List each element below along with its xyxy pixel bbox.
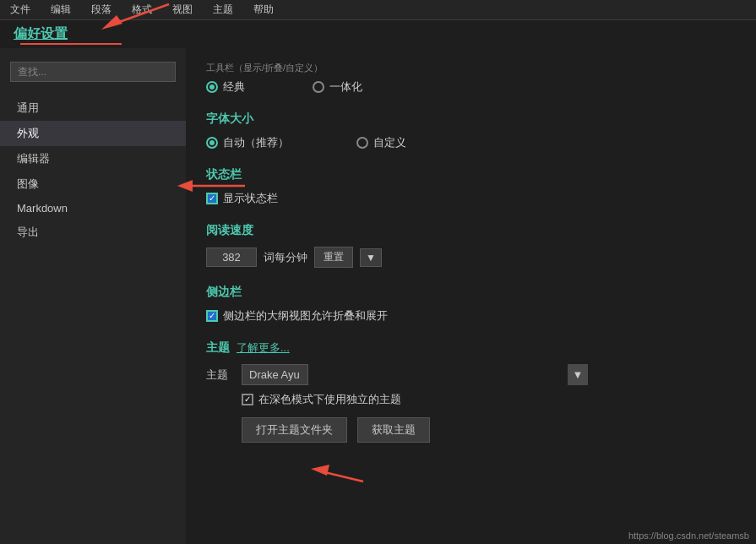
menu-file[interactable]: 文件: [7, 1, 34, 19]
get-theme-button[interactable]: 获取主题: [357, 417, 430, 443]
sidebar-item-export[interactable]: 导出: [0, 220, 186, 245]
sidebar-outline-checkbox-item[interactable]: 侧边栏的大纲视图允许折叠和展开: [206, 308, 736, 324]
sidebar-outline-checkbox[interactable]: [206, 310, 218, 322]
reading-speed-unit: 词每分钟: [264, 250, 307, 265]
theme-title: 主题: [206, 340, 230, 356]
theme-learn-more-link[interactable]: 了解更多...: [237, 340, 290, 356]
radio-unified-icon: [313, 81, 324, 93]
menu-format[interactable]: 格式: [128, 1, 155, 19]
toolbar-section-label: 工具栏（显示/折叠/自定义）: [206, 62, 736, 74]
url-bar: https://blog.csdn.net/steamsb: [628, 530, 749, 541]
toolbar-option-classic[interactable]: 经典: [206, 79, 245, 95]
statusbar-title: 状态栏: [206, 167, 736, 182]
toolbar-classic-label: 经典: [223, 79, 245, 95]
main-layout: 通用 外观 编辑器 图像 Markdown 导出 工具栏（显示/折叠/自定义） …: [0, 48, 756, 544]
reading-speed-title: 阅读速度: [206, 223, 736, 238]
radio-classic-icon: [206, 81, 218, 93]
statusbar-checkbox[interactable]: [206, 193, 218, 204]
menu-bar: 文件 编辑 段落 格式 视图 主题 帮助: [0, 0, 756, 20]
menu-theme[interactable]: 主题: [209, 1, 237, 19]
radio-custom-icon: [356, 137, 368, 149]
dark-mode-checkbox-label: 在深色模式下使用独立的主题: [258, 392, 401, 407]
search-input[interactable]: [10, 62, 176, 82]
theme-select-label: 主题: [206, 367, 231, 383]
dark-mode-checkbox[interactable]: [242, 394, 253, 405]
toolbar-section: 工具栏（显示/折叠/自定义） 经典 一体化: [206, 62, 736, 95]
reading-speed-section: 阅读速度 词每分钟 重置 ▼: [206, 223, 736, 268]
fontsize-custom-label: 自定义: [373, 135, 406, 150]
font-size-radio-group: 自动（推荐） 自定义: [206, 135, 736, 150]
theme-buttons-row: 打开主题文件夹 获取主题: [242, 417, 736, 443]
statusbar-checkbox-item[interactable]: 显示状态栏: [206, 191, 736, 206]
theme-section: 主题 了解更多... 主题 Drake Ayu ▼ 在深色模式下使用独立的主题 …: [206, 340, 736, 443]
sidebar: 通用 外观 编辑器 图像 Markdown 导出: [0, 48, 186, 544]
font-size-title: 字体大小: [206, 112, 736, 127]
sidebar-item-appearance[interactable]: 外观: [0, 121, 186, 146]
menu-paragraph[interactable]: 段落: [88, 1, 115, 19]
reading-speed-dropdown-icon[interactable]: ▼: [360, 248, 382, 267]
sidebar-item-editor[interactable]: 编辑器: [0, 146, 186, 171]
sidebar-outline-label: 侧边栏的大纲视图允许折叠和展开: [223, 308, 388, 324]
sidebar-settings-section: 侧边栏 侧边栏的大纲视图允许折叠和展开: [206, 285, 736, 324]
theme-select-wrapper: Drake Ayu ▼: [242, 364, 588, 385]
reading-speed-row: 词每分钟 重置 ▼: [206, 247, 736, 268]
sidebar-item-markdown[interactable]: Markdown: [0, 197, 186, 220]
fontsize-custom-option[interactable]: 自定义: [356, 135, 406, 150]
toolbar-option-unified[interactable]: 一体化: [313, 79, 362, 95]
theme-select-arrow-icon: ▼: [568, 364, 588, 385]
reading-speed-input[interactable]: [206, 248, 257, 267]
theme-select-row: 主题 Drake Ayu ▼: [206, 364, 736, 385]
font-size-section: 字体大小 自动（推荐） 自定义: [206, 112, 736, 150]
sidebar-item-images[interactable]: 图像: [0, 171, 186, 197]
page-title: 偏好设置: [14, 26, 68, 41]
menu-help[interactable]: 帮助: [250, 1, 277, 19]
reset-reading-speed-button[interactable]: 重置: [314, 247, 353, 268]
sidebar-settings-title: 侧边栏: [206, 285, 736, 300]
menu-edit[interactable]: 编辑: [47, 1, 74, 19]
statusbar-checkbox-label: 显示状态栏: [223, 191, 278, 206]
theme-header: 主题 了解更多...: [206, 340, 736, 356]
fontsize-auto-option[interactable]: 自动（推荐）: [206, 135, 289, 150]
header-divider: [20, 43, 122, 45]
open-theme-folder-button[interactable]: 打开主题文件夹: [242, 417, 347, 443]
fontsize-auto-label: 自动（推荐）: [223, 135, 289, 150]
toolbar-unified-label: 一体化: [329, 79, 362, 95]
content-area: 工具栏（显示/折叠/自定义） 经典 一体化 字体大小 自动（推荐）: [186, 48, 756, 544]
dark-mode-checkbox-item[interactable]: 在深色模式下使用独立的主题: [242, 392, 736, 407]
toolbar-radio-group: 经典 一体化: [206, 79, 736, 95]
menu-view[interactable]: 视图: [169, 1, 196, 19]
sidebar-item-general[interactable]: 通用: [0, 95, 186, 121]
radio-auto-icon: [206, 137, 218, 149]
search-box: [10, 62, 176, 82]
theme-select[interactable]: Drake Ayu: [242, 364, 308, 385]
statusbar-section: 状态栏 显示状态栏: [206, 167, 736, 206]
